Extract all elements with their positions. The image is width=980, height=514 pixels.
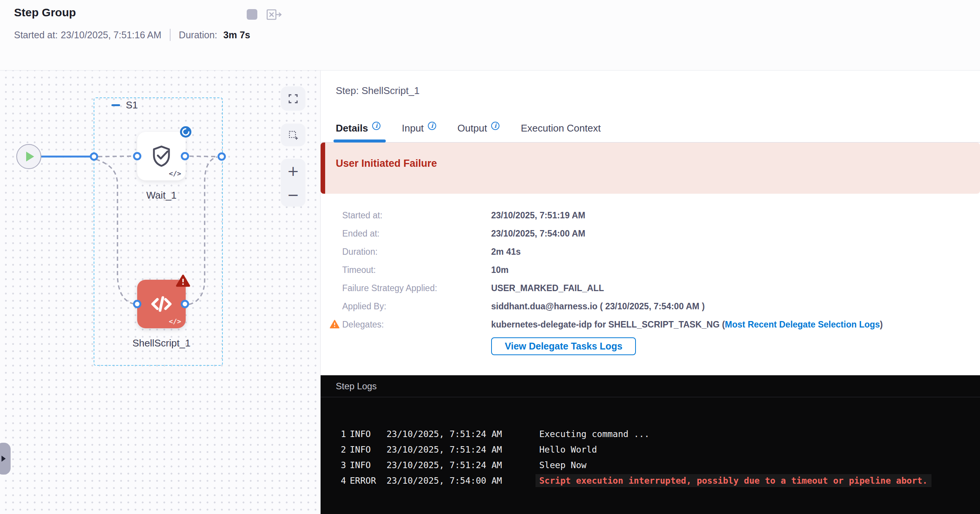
zoom-controls: + − — [281, 159, 305, 207]
tab-label: Input — [402, 123, 424, 134]
detail-label: Delegates: — [342, 320, 491, 330]
step-logs-panel: Step Logs 1INFO23/10/2025, 7:51:24 AMExe… — [321, 375, 980, 514]
warning-icon — [330, 320, 340, 331]
tab-label: Execution Context — [521, 123, 601, 134]
detail-label: Timeout: — [342, 265, 491, 275]
detail-row: Ended at:23/10/2025, 7:54:00 AM — [321, 224, 980, 243]
node-shellscript-1[interactable]: </> — [137, 280, 186, 328]
log-message: Sleep Now — [539, 460, 587, 470]
step-group-s1-header: S1 — [111, 99, 138, 111]
node-port — [181, 152, 189, 160]
info-icon[interactable]: i — [428, 122, 436, 130]
shield-check-icon — [148, 143, 174, 169]
running-status-icon — [180, 126, 191, 138]
info-icon[interactable]: i — [372, 122, 380, 130]
log-line-number: 2 — [336, 445, 346, 455]
step-group-square-icon[interactable] — [247, 9, 257, 20]
shell-script-icon — [147, 290, 175, 318]
node-port — [218, 153, 226, 161]
log-console[interactable]: 1INFO23/10/2025, 7:51:24 AMExecuting com… — [321, 397, 980, 488]
failed-status-icon — [176, 274, 190, 289]
log-timestamp: 23/10/2025, 7:51:24 AM — [387, 460, 539, 470]
log-message: Hello World — [539, 445, 597, 455]
log-message: Script execution interrupted, possibly d… — [536, 474, 931, 487]
started-at-value: 23/10/2025, 7:51:16 AM — [60, 30, 161, 41]
code-glyph: </> — [169, 317, 181, 325]
node-port — [181, 300, 189, 308]
canvas-drawer-handle[interactable] — [0, 443, 11, 474]
duration-value: 3m 7s — [223, 30, 250, 41]
log-line-number: 4 — [336, 476, 346, 485]
detail-label: Ended at: — [342, 229, 491, 239]
exit-node-icon[interactable] — [266, 8, 282, 23]
delegate-selection-logs-link[interactable]: Most Recent Delegate Selection Logs — [725, 320, 880, 329]
tab-input[interactable]: Inputi — [402, 115, 436, 143]
detail-label: Duration: — [342, 247, 491, 257]
error-banner: User Initiated Failure — [321, 143, 980, 194]
node-wait-1[interactable]: </> — [137, 132, 186, 180]
tab-execution-context[interactable]: Execution Context — [521, 115, 601, 143]
detail-row: Started at:23/10/2025, 7:51:19 AM — [321, 206, 980, 224]
log-line: 4ERROR23/10/2025, 7:54:00 AMScript execu… — [336, 473, 980, 488]
node-port — [133, 152, 142, 160]
tab-label: Output — [457, 123, 487, 134]
info-icon[interactable]: i — [491, 122, 500, 130]
execution-meta: Started at: 23/10/2025, 7:51:16 AM Durat… — [14, 29, 250, 41]
fit-to-screen-button[interactable] — [281, 86, 305, 111]
log-line: 2INFO23/10/2025, 7:51:24 AMHello World — [336, 442, 980, 457]
tab-label: Details — [336, 123, 368, 134]
log-timestamp: 23/10/2025, 7:51:24 AM — [387, 429, 539, 439]
tab-bar: DetailsiInputiOutputiExecution Context — [321, 115, 980, 143]
node-label-wait-1: Wait_1 — [124, 189, 199, 201]
node-port — [133, 300, 142, 308]
log-line: 3INFO23/10/2025, 7:51:24 AMSleep Now — [336, 457, 980, 473]
error-banner-title: User Initiated Failure — [336, 158, 980, 169]
log-line-number: 3 — [336, 460, 346, 470]
pipeline-canvas[interactable]: S1 </> Wait_1 </> — [0, 70, 321, 514]
selection-icon — [288, 130, 298, 140]
selection-mode-button[interactable] — [281, 124, 305, 146]
detail-row: Timeout:10m — [321, 261, 980, 279]
tab-output[interactable]: Outputi — [457, 115, 500, 143]
started-at-label: Started at: — [14, 30, 57, 41]
detail-value: 2m 41s — [491, 247, 521, 257]
zoom-in-button[interactable]: + — [287, 164, 299, 178]
detail-value: USER_MARKED_FAIL_ALL — [491, 283, 604, 293]
log-timestamp: 23/10/2025, 7:51:24 AM — [387, 445, 539, 455]
log-message: Executing command ... — [539, 429, 649, 439]
view-delegate-tasks-logs-button[interactable]: View Delegate Tasks Logs — [491, 337, 636, 355]
collapse-group-icon[interactable] — [111, 104, 120, 106]
tab-details[interactable]: Detailsi — [336, 115, 380, 143]
page-title: Step Group — [14, 6, 76, 19]
pipeline-start-node[interactable] — [16, 144, 41, 169]
log-timestamp: 23/10/2025, 7:54:00 AM — [387, 476, 539, 485]
detail-label: Started at: — [342, 210, 491, 221]
duration-label: Duration: — [179, 30, 217, 41]
step-title: Step: ShellScript_1 — [336, 85, 420, 97]
detail-label: Applied By: — [342, 301, 491, 312]
log-level: ERROR — [350, 476, 387, 485]
detail-label: Failure Strategy Applied: — [342, 283, 491, 293]
detail-value: 23/10/2025, 7:54:00 AM — [491, 229, 585, 239]
code-glyph: </> — [169, 169, 181, 177]
arrow-right-icon — [2, 456, 6, 462]
detail-value: 10m — [491, 265, 509, 275]
log-line: 1INFO23/10/2025, 7:51:24 AMExecuting com… — [336, 426, 980, 442]
detail-row: Applied By:siddhant.dua@harness.io ( 23/… — [321, 297, 980, 315]
node-label-shellscript-1: ShellScript_1 — [112, 337, 211, 349]
zoom-out-button[interactable]: − — [287, 188, 299, 202]
detail-value: 23/10/2025, 7:51:19 AM — [491, 210, 585, 221]
header: Step Group Started at: 23/10/2025, 7:51:… — [0, 0, 980, 70]
step-logs-header: Step Logs — [321, 375, 980, 397]
group-label: S1 — [126, 99, 138, 111]
meta-divider — [170, 29, 170, 41]
log-level: INFO — [350, 460, 387, 470]
detail-row: Failure Strategy Applied:USER_MARKED_FAI… — [321, 279, 980, 297]
log-line-number: 1 — [336, 429, 346, 439]
step-details-panel: Step: ShellScript_1 DetailsiInputiOutput… — [321, 70, 980, 514]
detail-row: Duration:2m 41s — [321, 243, 980, 261]
detail-value: kubernetes-delegate-idp for SHELL_SCRIPT… — [491, 320, 883, 330]
details-list: Started at:23/10/2025, 7:51:19 AMEnded a… — [321, 206, 980, 355]
fit-to-screen-icon — [288, 94, 298, 104]
log-level: INFO — [350, 445, 387, 455]
